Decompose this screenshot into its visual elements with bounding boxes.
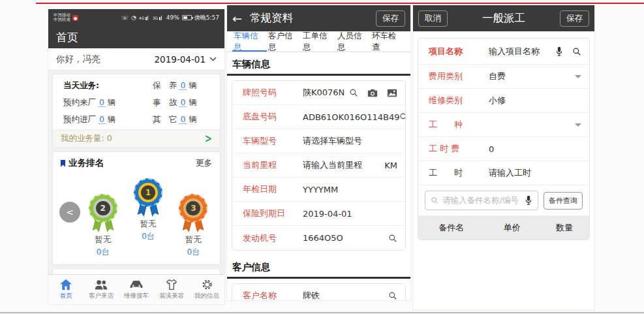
- tab-bar: 车辆信息 客户信息 工单信息 人员信息 环车检查: [227, 31, 410, 52]
- nav-item-customers[interactable]: 客户来店: [84, 275, 119, 304]
- chevron-down-icon[interactable]: [575, 123, 581, 127]
- ranking-item-2[interactable]: 2 暂无 0台: [80, 194, 125, 258]
- date-selector[interactable]: 2019-04-01: [155, 54, 217, 65]
- ranking-title-wrap: 业务排名: [61, 157, 104, 169]
- ranking-title: 业务排名: [69, 157, 104, 169]
- vehicle-form-card: 牌照号码 陕K0076N 底盘号码 ADB61OK016O114B49 车辆型号…: [232, 80, 406, 251]
- carrier-info: 中国移动 中国联通 ●: [54, 13, 78, 23]
- field-insurance-expiry[interactable]: 保险到期日 2019-04-01: [232, 202, 405, 226]
- my-volume-row[interactable]: 我的业务量: 0 >: [53, 129, 220, 148]
- stat-booked-arrive-count[interactable]: 0: [98, 99, 106, 107]
- search-icon[interactable]: [388, 291, 397, 300]
- chassis-number-value[interactable]: ADB61OK016O114B49: [303, 112, 399, 122]
- parts-search-input[interactable]: 请输入备件名称/编号: [425, 191, 538, 210]
- ranking-item-3[interactable]: 3 暂无 0台: [171, 194, 216, 258]
- mic-icon[interactable]: [555, 46, 563, 57]
- ranking-count-2: 0台: [97, 247, 110, 258]
- search-icon[interactable]: [399, 112, 406, 121]
- nav-item-home[interactable]: 首页: [48, 275, 84, 304]
- field-work-type[interactable]: 工 种: [418, 113, 589, 137]
- camera-icon[interactable]: [367, 89, 378, 97]
- field-work-hours[interactable]: 工 时 请输入工时: [418, 161, 589, 185]
- mileage-placeholder[interactable]: 请输入当前里程: [303, 159, 384, 171]
- decorative-top-line: [36, 3, 644, 4]
- alarm-icon: ◔: [131, 14, 136, 21]
- col-unit-price: 单价: [484, 222, 540, 234]
- save-button[interactable]: 保存: [560, 10, 589, 27]
- ranking-card: 业务排名 更多 < 2 暂无 0台 1 暂无 0台: [52, 151, 221, 265]
- field-labor-fee[interactable]: 工 时 费 0: [418, 137, 589, 161]
- field-plate-number[interactable]: 牌照号码 陕K0076N: [232, 81, 405, 105]
- work-hours-placeholder[interactable]: 请输入工时: [489, 167, 581, 179]
- labor-fee-value[interactable]: 0: [489, 144, 581, 154]
- signal-bars2-icon: 3G: [153, 15, 164, 20]
- field-customer-name[interactable]: 客户名称 牌铁: [232, 284, 405, 300]
- sim-badge-icon: ●: [72, 15, 78, 21]
- insurance-expiry-value[interactable]: 2019-04-01: [303, 209, 397, 219]
- nav-item-decoration[interactable]: 装潢美容: [154, 275, 189, 304]
- screen-title: 常规资料: [250, 11, 368, 25]
- field-engine-number[interactable]: 发动机号 1664O5O: [232, 226, 405, 250]
- engine-number-value[interactable]: 1664O5O: [303, 233, 388, 243]
- back-button[interactable]: ←: [232, 12, 242, 25]
- fee-type-value[interactable]: 自费: [489, 71, 575, 82]
- ranking-count-1: 0台: [142, 231, 155, 242]
- stat-accident[interactable]: 事 故 0 辆: [142, 94, 220, 111]
- tab-workorder-info[interactable]: 工单信息: [301, 31, 336, 52]
- chevron-down-icon[interactable]: [575, 75, 581, 78]
- stat-booked-enter-count[interactable]: 0: [98, 116, 106, 124]
- stat-booked-arrive[interactable]: 预约来厂 0 辆: [53, 94, 142, 111]
- ranking-prev-button[interactable]: <: [59, 202, 80, 223]
- save-button[interactable]: 保存: [376, 10, 405, 27]
- repair-type-value[interactable]: 小修: [489, 95, 581, 106]
- tab-personnel-info[interactable]: 人员信息: [336, 31, 371, 52]
- vibrate-icon: ☏: [121, 14, 129, 21]
- stat-maintenance-count[interactable]: 0: [179, 82, 187, 90]
- stat-maintenance[interactable]: 保 养 0 辆: [142, 77, 220, 94]
- mic-icon[interactable]: [525, 195, 532, 206]
- plate-number-value[interactable]: 陕K0076N: [303, 87, 349, 99]
- tab-vehicle-info[interactable]: 车辆信息: [232, 31, 267, 52]
- field-project-name[interactable]: 项目名称 输入项目名称: [418, 39, 589, 65]
- search-icon[interactable]: [572, 47, 581, 56]
- cancel-button[interactable]: 取消: [418, 10, 448, 27]
- carrier-bottom-label: 中国联通: [54, 18, 70, 23]
- status-time: 傍晚5:57: [194, 14, 219, 22]
- ranking-more-link[interactable]: 更多: [196, 158, 212, 169]
- tab-customer-info[interactable]: 客户信息: [267, 31, 301, 52]
- medal-1-icon: 1: [132, 178, 164, 217]
- stat-other-count[interactable]: 0: [179, 116, 187, 124]
- battery-icon: [182, 15, 192, 20]
- screen-title: 一般派工: [482, 11, 525, 25]
- field-inspection-date[interactable]: 年检日期 YYYYMM: [232, 178, 405, 202]
- vehicle-model-placeholder[interactable]: 请选择车辆型号: [303, 135, 397, 147]
- customer-name-value[interactable]: 牌铁: [303, 290, 388, 300]
- search-icon[interactable]: [349, 88, 358, 97]
- image-icon[interactable]: [387, 89, 397, 97]
- stat-booked-enter[interactable]: 预约进厂 0 辆: [53, 111, 142, 128]
- nav-item-repair[interactable]: 维修接车: [119, 275, 154, 304]
- search-icon[interactable]: [388, 234, 397, 243]
- field-chassis-number[interactable]: 底盘号码 ADB61OK016O114B49: [232, 105, 405, 129]
- field-vehicle-model[interactable]: 车辆型号 请选择车辆型号: [232, 129, 405, 153]
- project-name-placeholder[interactable]: 输入项目名称: [489, 46, 555, 57]
- parts-query-button[interactable]: 备件查询: [544, 192, 583, 210]
- parts-table-header: 备件名 单价 数量: [418, 216, 589, 240]
- field-current-mileage[interactable]: 当前里程 请输入当前里程 KM: [232, 153, 405, 178]
- stat-accident-count[interactable]: 0: [179, 99, 187, 107]
- tab-inspection[interactable]: 环车检查: [371, 31, 405, 52]
- field-fee-type[interactable]: 费用类别 自费: [418, 65, 589, 89]
- section-vehicle-title: 车辆信息: [227, 52, 410, 74]
- parts-search-row: 请输入备件名称/编号 备件查询: [418, 185, 589, 216]
- field-repair-type[interactable]: 维修类别 小修: [418, 89, 589, 113]
- col-part-name: 备件名: [418, 222, 484, 234]
- medal-3-icon: 3: [177, 194, 209, 233]
- ranking-item-1[interactable]: 1 暂无 0台: [125, 178, 170, 242]
- vehicle-data-screen: ← 常规资料 保存 车辆信息 客户信息 工单信息 人员信息 环车检查 车辆信息 …: [227, 5, 410, 300]
- stat-other[interactable]: 其 它 0 辆: [142, 111, 220, 128]
- decorative-bottom-line: [0, 312, 644, 313]
- nav-item-my-info[interactable]: 我的信息: [189, 275, 224, 304]
- medal-2-icon: 2: [87, 194, 119, 233]
- col-quantity: 数量: [540, 222, 589, 234]
- inspection-date-placeholder[interactable]: YYYYMM: [303, 185, 397, 195]
